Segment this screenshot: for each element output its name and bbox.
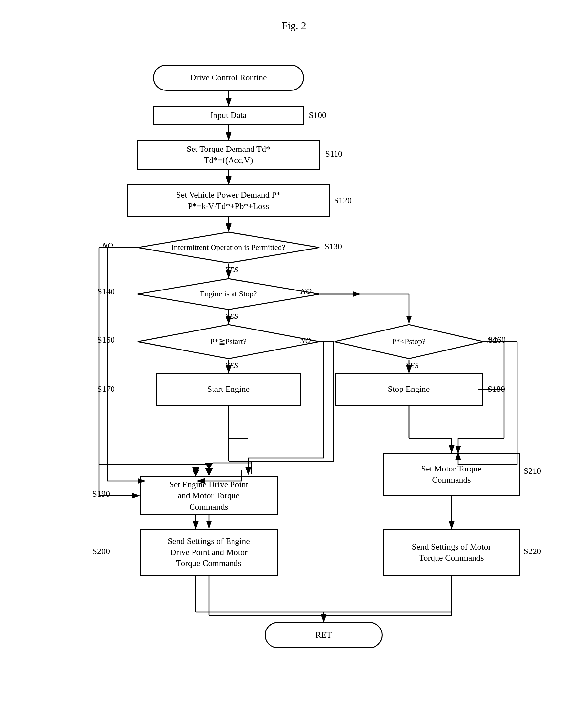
p-pstart-diamond: P*≧Pstart? — [137, 324, 320, 360]
p-pstop-diamond: P*<Pstop? — [334, 324, 484, 360]
svg-marker-67 — [205, 463, 213, 469]
set-torque-box: Set Torque Demand Td* Td*=f(Acc,V) — [137, 140, 320, 170]
set-engine-drive-box: Set Engine Drive Point and Motor Torque … — [140, 476, 278, 515]
s180-label: S180 — [488, 384, 505, 394]
diagram-container: Drive Control Routine Input Data S100 Se… — [65, 45, 524, 701]
s100-label: S100 — [309, 110, 326, 120]
s120-label: S120 — [334, 196, 352, 206]
intermittent-no-label: NO — [102, 241, 113, 250]
send-motor-torque-box: Send Settings of Motor Torque Commands — [383, 529, 521, 576]
set-motor-torque-box: Set Motor Torque Commands — [383, 453, 521, 496]
s110-label: S110 — [325, 149, 343, 159]
set-power-box: Set Vehicle Power Demand P* P*=k·V·Td*+P… — [127, 184, 330, 217]
start-engine-box: Start Engine — [156, 373, 301, 406]
s170-label: S170 — [98, 384, 115, 394]
svg-marker-28 — [192, 470, 199, 476]
s210-label: S210 — [524, 466, 541, 476]
stop-engine-box: Stop Engine — [335, 373, 483, 406]
s150-label: S150 — [98, 335, 115, 345]
intermittent-yes-label: YES — [225, 265, 238, 274]
s220-label: S220 — [524, 547, 541, 556]
engine-stop-yes-label: YES — [225, 312, 238, 321]
s200-label: S200 — [92, 547, 110, 556]
pstop-no-label: NO — [487, 336, 498, 345]
pstart-no-label: NO — [300, 336, 311, 345]
s190-label: S190 — [92, 489, 110, 499]
send-engine-drive-box: Send Settings of Engine Drive Point and … — [140, 529, 278, 576]
s130-label: S130 — [325, 242, 342, 252]
pstart-yes-label: YES — [225, 361, 238, 370]
figure-title: Fig. 2 — [0, 0, 588, 45]
pstop-yes-label: YES — [406, 361, 419, 370]
input-data-box: Input Data — [153, 106, 304, 125]
drive-control-routine: Drive Control Routine — [153, 65, 304, 91]
ret-box: RET — [265, 622, 383, 648]
engine-stop-diamond: Engine is at Stop? — [137, 278, 320, 311]
svg-marker-66 — [205, 468, 213, 476]
s140-label: S140 — [98, 287, 115, 297]
intermittent-diamond: Intermittent Operation is Permitted? — [137, 231, 320, 264]
engine-stop-no-label: NO — [301, 287, 312, 296]
